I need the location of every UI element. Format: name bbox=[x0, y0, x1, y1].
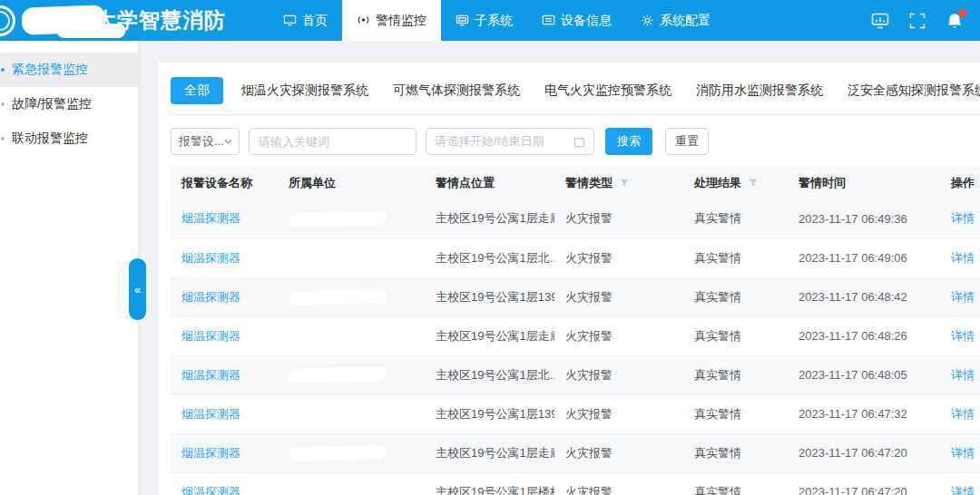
sidebar-item[interactable]: 联动报警监控 bbox=[0, 121, 138, 156]
sidebar-item-label: 故障/报警监控 bbox=[12, 96, 92, 112]
tab[interactable]: 可燃气体探测报警系统 bbox=[393, 77, 520, 104]
tab[interactable]: 全部 bbox=[171, 77, 223, 104]
nav-item-alarm-monitor[interactable]: 警情监控 bbox=[342, 0, 441, 41]
location-cell: 主校区19号公寓1层北... bbox=[425, 238, 554, 277]
sidebar-item-label: 联动报警监控 bbox=[12, 131, 88, 147]
filter-icon[interactable] bbox=[620, 179, 629, 188]
device-icon bbox=[542, 14, 555, 27]
device-link[interactable]: 烟温探测器 bbox=[181, 407, 240, 421]
calendar-icon bbox=[573, 136, 585, 148]
alarm-type-cell: 火灾报警 bbox=[554, 394, 683, 433]
detail-link[interactable]: 详情 bbox=[951, 251, 975, 265]
data-screen-icon[interactable] bbox=[871, 12, 889, 30]
table-row: 烟温探测器 主校区19号公寓1层走廊4 火灾报警 真实警情 2023-11-17… bbox=[171, 199, 980, 238]
table-row: 烟温探测器 主校区19号公寓1层北... 火灾报警 真实警情 2023-11-1… bbox=[171, 238, 980, 277]
location-cell: 主校区19号公寓1层北... bbox=[425, 355, 554, 394]
notification-bell-icon[interactable] bbox=[946, 12, 964, 30]
logo bbox=[0, 5, 15, 36]
result-cell: 真实警情 bbox=[683, 394, 788, 433]
location-cell: 主校区19号公寓1层走廊4 bbox=[425, 433, 554, 472]
tab-label: 烟温火灾探测报警系统 bbox=[241, 82, 368, 97]
device-link[interactable]: 烟温探测器 bbox=[181, 290, 240, 304]
date-range-picker[interactable]: 请选择开始/结束日期 bbox=[426, 128, 594, 155]
nav-label: 警情监控 bbox=[376, 13, 426, 29]
table-row: 烟温探测器 主校区19号公寓1层楼梯3 火灾报警 真实警情 2023-11-17… bbox=[171, 472, 980, 495]
navbar-right-icons bbox=[871, 0, 980, 41]
system-tabs: 全部 烟温火灾探测报警系统 可燃气体探测报警系统 电气火灾监控预警系统 bbox=[171, 77, 980, 115]
alarm-type-cell: 火灾报警 bbox=[554, 277, 683, 316]
tab[interactable]: 泛安全感知探测报警系统 bbox=[848, 77, 980, 104]
content-card: 全部 烟温火灾探测报警系统 可燃气体探测报警系统 电气火灾监控预警系统 bbox=[157, 62, 980, 495]
filter-icon[interactable] bbox=[749, 179, 758, 188]
nav-item-system-config[interactable]: 系统配置 bbox=[626, 0, 725, 41]
detail-link[interactable]: 详情 bbox=[951, 485, 975, 495]
tab[interactable]: 消防用水监测报警系统 bbox=[696, 77, 823, 104]
device-link[interactable]: 烟温探测器 bbox=[181, 251, 240, 265]
detail-link[interactable]: 详情 bbox=[951, 446, 975, 460]
sidebar: 紧急报警监控 故障/报警监控 联动报警监控 « bbox=[0, 41, 138, 495]
col-time: 警情时间 bbox=[788, 167, 940, 199]
alarm-type-cell: 火灾报警 bbox=[554, 472, 683, 495]
main-nav: 首页 警情监控 子系统 设备信息 系统配置 bbox=[269, 0, 725, 41]
alarm-table: 报警设备名称 所属单位 警情点位置 警情类型 处理结果 警情时间 操作 bbox=[171, 167, 980, 495]
sidebar-item[interactable]: 紧急报警监控 bbox=[0, 53, 138, 87]
redaction-blob bbox=[289, 405, 387, 422]
result-cell: 真实警情 bbox=[683, 316, 788, 355]
sidebar-menu: 紧急报警监控 故障/报警监控 联动报警监控 bbox=[0, 53, 138, 156]
time-cell: 2023-11-17 06:48:26 bbox=[788, 316, 940, 355]
device-link[interactable]: 烟温探测器 bbox=[181, 211, 240, 225]
redaction-blob bbox=[289, 288, 387, 306]
nav-label: 设备信息 bbox=[561, 13, 612, 29]
nav-item-subsystem[interactable]: 子系统 bbox=[441, 0, 527, 41]
device-link[interactable]: 烟温探测器 bbox=[181, 368, 240, 382]
result-cell: 真实警情 bbox=[683, 277, 788, 316]
location-cell: 主校区19号公寓1层楼梯3 bbox=[425, 472, 554, 495]
detail-link[interactable]: 详情 bbox=[951, 368, 975, 382]
app-title: 大学智慧消防 bbox=[95, 6, 226, 34]
device-link[interactable]: 烟温探测器 bbox=[181, 485, 240, 495]
col-alarm-type: 警情类型 bbox=[554, 167, 683, 199]
detail-link[interactable]: 详情 bbox=[951, 211, 975, 225]
table-row: 烟温探测器 主校区19号公寓1层139 火灾报警 真实警情 2023-11-17… bbox=[171, 394, 980, 433]
broadcast-icon bbox=[357, 14, 370, 27]
detail-link[interactable]: 详情 bbox=[951, 290, 975, 304]
detail-link[interactable]: 详情 bbox=[951, 407, 975, 421]
time-cell: 2023-11-17 06:48:05 bbox=[788, 355, 940, 394]
tab[interactable]: 烟温火灾探测报警系统 bbox=[241, 77, 368, 104]
sidebar-item-label: 紧急报警监控 bbox=[12, 62, 88, 78]
tab[interactable]: 电气火灾监控预警系统 bbox=[544, 77, 671, 104]
redaction-blob bbox=[289, 210, 387, 228]
device-link[interactable]: 烟温探测器 bbox=[181, 329, 240, 343]
sidebar-item[interactable]: 故障/报警监控 bbox=[0, 87, 138, 121]
location-cell: 主校区19号公寓1层139 bbox=[425, 277, 554, 316]
time-cell: 2023-11-17 06:48:42 bbox=[788, 277, 940, 316]
table-row: 烟温探测器 主校区19号公寓1层走廊4 火灾报警 真实警情 2023-11-17… bbox=[171, 433, 980, 472]
nav-label: 首页 bbox=[302, 13, 328, 29]
time-cell: 2023-11-17 06:47:20 bbox=[788, 472, 940, 495]
alarm-type-cell: 火灾报警 bbox=[554, 238, 683, 277]
select-value: 报警设... bbox=[179, 133, 224, 150]
device-link[interactable]: 烟温探测器 bbox=[181, 446, 240, 460]
tab-label: 可燃气体探测报警系统 bbox=[393, 82, 520, 97]
device-type-select[interactable]: 报警设... bbox=[171, 128, 240, 155]
redaction-blob bbox=[289, 249, 387, 267]
time-cell: 2023-11-17 06:49:06 bbox=[788, 238, 940, 277]
location-cell: 主校区19号公寓1层139 bbox=[425, 394, 554, 433]
alarm-type-cell: 火灾报警 bbox=[554, 433, 683, 472]
result-cell: 真实警情 bbox=[683, 433, 788, 472]
redaction-scribble bbox=[22, 5, 106, 34]
home-screen-icon bbox=[283, 14, 297, 27]
detail-link[interactable]: 详情 bbox=[951, 329, 975, 343]
sidebar-collapse-handle[interactable]: « bbox=[129, 258, 146, 320]
fullscreen-icon[interactable] bbox=[908, 12, 926, 30]
time-cell: 2023-11-17 06:47:32 bbox=[788, 394, 940, 433]
nav-label: 子系统 bbox=[475, 13, 513, 29]
nav-item-device-info[interactable]: 设备信息 bbox=[527, 0, 626, 41]
keyword-input[interactable] bbox=[249, 128, 416, 155]
reset-button[interactable]: 重置 bbox=[665, 128, 709, 155]
nav-item-home[interactable]: 首页 bbox=[269, 0, 342, 41]
search-button[interactable]: 搜索 bbox=[605, 128, 652, 155]
alarm-type-cell: 火灾报警 bbox=[554, 355, 683, 394]
tab-label: 全部 bbox=[184, 82, 210, 97]
table-row: 烟温探测器 主校区19号公寓1层走廊4 火灾报警 真实警情 2023-11-17… bbox=[171, 316, 980, 355]
